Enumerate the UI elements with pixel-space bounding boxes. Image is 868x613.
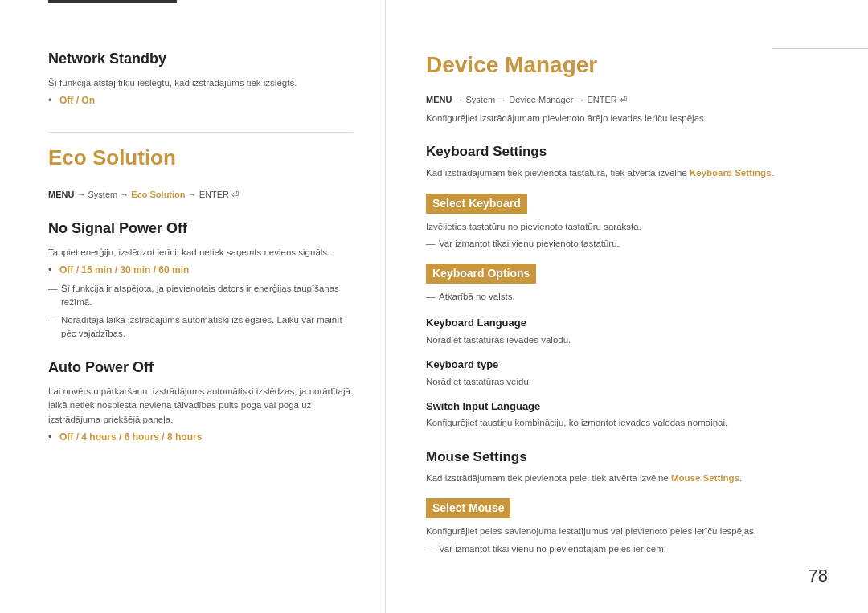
switch-input-title: Switch Input Language [426,398,828,415]
select-mouse-note: Var izmantot tikai vienu no pievienotajā… [426,542,828,556]
keyboard-settings-description: Kad izstrādājumam tiek pievienota tastat… [426,166,828,180]
keyboard-settings-title: Keyboard Settings [426,141,828,162]
switch-input-section: Switch Input Language Konfigurējiet taus… [426,398,828,431]
eco-solution-title: Eco Solution [48,142,353,174]
auto-power-description: Lai novērstu pārkaršanu, izstrādājums au… [48,385,353,427]
keyboard-language-description: Norādiet tastatūras ievades valodu. [426,333,828,347]
select-keyboard-section: Select Keyboard Izvēlieties tastatūru no… [426,189,828,251]
no-signal-title: No Signal Power Off [48,218,353,239]
keyboard-language-title: Keyboard Language [426,315,828,331]
keyboard-options-note: Atkarībā no valsts. [426,290,828,304]
keyboard-type-section: Keyboard type Norādiet tastatūras veidu. [426,357,828,389]
no-signal-note2: Norādītajā laikā izstrādājums automātisk… [48,313,353,341]
keyboard-options-label: Keyboard Options [426,264,536,284]
mouse-settings-section: Mouse Settings Kad izstrādājumam tiek pi… [426,447,828,486]
select-mouse-label: Select Mouse [426,498,510,518]
device-manager-section: Device Manager MENU → System → Device Ma… [426,48,828,125]
mouse-settings-title: Mouse Settings [426,447,828,468]
mouse-settings-description: Kad izstrādājumam tiek pievienota pele, … [426,472,828,485]
select-keyboard-note: Var izmantot tikai vienu pievienoto tast… [426,237,828,251]
no-signal-bullet: Off / 15 min / 30 min / 60 min [48,263,353,277]
device-manager-title: Device Manager [426,48,828,82]
device-manager-description: Konfigurējiet izstrādājumam pievienoto ā… [426,112,828,125]
auto-power-section: Auto Power Off Lai novērstu pārkaršanu, … [48,357,353,444]
select-keyboard-description: Izvēlieties tastatūru no pievienoto tast… [426,220,828,234]
select-keyboard-label: Select Keyboard [426,194,527,214]
switch-input-description: Konfigurējiet taustiņu kombināciju, ko i… [426,416,828,430]
auto-power-bullet: Off / 4 hours / 6 hours / 8 hours [48,430,353,444]
network-standby-section: Network Standby Šī funkcija atstāj tīklu… [48,48,353,108]
network-standby-description: Šī funkcija atstāj tīklu ieslēgtu, kad i… [48,76,353,90]
keyboard-options-section: Keyboard Options Atkarībā no valsts. [426,259,828,304]
keyboard-language-section: Keyboard Language Norādiet tastatūras ie… [426,315,828,347]
device-manager-menu-path: MENU → System → Device Manager → ENTER ⏎ [426,93,828,107]
no-signal-note1: Šī funkcija ir atspējota, ja pievienotai… [48,282,353,310]
eco-solution-menu-path: MENU → System → Eco Solution → ENTER ⏎ [48,188,353,202]
network-standby-title: Network Standby [48,48,353,70]
auto-power-title: Auto Power Off [48,357,353,378]
keyboard-type-title: Keyboard type [426,357,828,373]
keyboard-settings-section: Keyboard Settings Kad izstrādājumam tiek… [426,141,828,181]
no-signal-description: Taupiet enerģiju, izslēdzot ierīci, kad … [48,246,353,260]
page-number: 78 [809,562,828,589]
keyboard-type-description: Norādiet tastatūras veidu. [426,375,828,389]
divider [48,132,353,133]
no-signal-section: No Signal Power Off Taupiet enerģiju, iz… [48,218,353,341]
network-standby-bullet: Off / On [48,93,353,108]
select-mouse-section: Select Mouse Konfigurējiet peles savieno… [426,493,828,556]
eco-solution-section: Eco Solution MENU → System → Eco Solutio… [48,142,353,202]
select-mouse-description: Konfigurējiet peles savienojuma iestatīj… [426,525,828,538]
